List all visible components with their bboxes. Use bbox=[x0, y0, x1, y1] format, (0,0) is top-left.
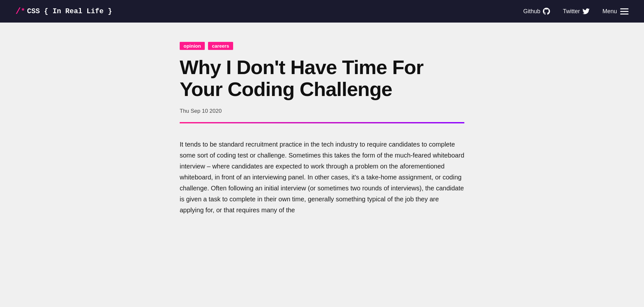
article-tags: opinion careers bbox=[180, 42, 464, 50]
site-logo[interactable]: / * CSS { In Real Life } bbox=[15, 6, 112, 16]
article-body: It tends to be standard recruitment prac… bbox=[180, 139, 464, 216]
article-divider bbox=[180, 122, 464, 123]
twitter-link[interactable]: Twitter bbox=[563, 8, 590, 15]
logo-text: CSS { In Real Life } bbox=[27, 7, 112, 15]
hamburger-line-2 bbox=[620, 11, 629, 12]
main-content: opinion careers Why I Don't Have Time Fo… bbox=[0, 23, 644, 236]
nav-links: Github Twitter Menu bbox=[523, 8, 629, 15]
hamburger-icon bbox=[620, 8, 629, 14]
tag-opinion[interactable]: opinion bbox=[180, 42, 205, 50]
github-label: Github bbox=[523, 8, 540, 15]
twitter-icon bbox=[582, 8, 590, 15]
tag-careers[interactable]: careers bbox=[208, 42, 233, 50]
logo-star: * bbox=[21, 7, 25, 15]
github-icon bbox=[543, 8, 550, 15]
twitter-label: Twitter bbox=[563, 8, 580, 15]
article-title: Why I Don't Have Time For Your Coding Ch… bbox=[180, 56, 464, 100]
hamburger-line-1 bbox=[620, 8, 629, 9]
article-date: Thu Sep 10 2020 bbox=[180, 108, 464, 114]
github-link[interactable]: Github bbox=[523, 8, 550, 15]
menu-label: Menu bbox=[602, 8, 617, 15]
menu-button[interactable]: Menu bbox=[602, 8, 629, 15]
hamburger-line-3 bbox=[620, 14, 629, 14]
article-wrapper: opinion careers Why I Don't Have Time Fo… bbox=[164, 23, 480, 236]
main-nav: / * CSS { In Real Life } Github Twitter … bbox=[0, 0, 644, 23]
article-paragraph-1: It tends to be standard recruitment prac… bbox=[180, 139, 464, 216]
logo-slash: / bbox=[15, 6, 21, 16]
